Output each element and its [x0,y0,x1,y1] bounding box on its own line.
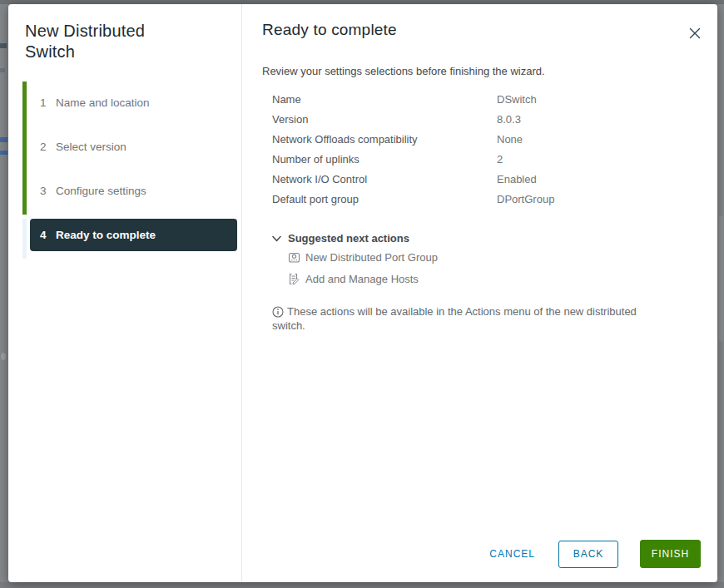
wizard-title: New Distributed Switch [25,21,183,62]
chevron-down-icon [272,235,281,242]
step-label: Configure settings [56,185,146,197]
close-button[interactable] [687,26,702,41]
action-new-distributed-port-group[interactable]: New Distributed Port Group [288,251,438,264]
background-page-fragment [0,68,5,72]
step-label: Ready to complete [56,229,156,241]
summary-row-network-io-control: Network I/O Control Enabled [272,173,688,186]
ready-to-complete-pane: Ready to complete Review your settings s… [242,4,717,582]
suggested-next-actions-title: Suggested next actions [288,232,409,245]
finish-button[interactable]: FINISH [640,540,701,568]
page-title: Ready to complete [262,21,397,39]
summary-row-uplinks: Number of uplinks 2 [272,153,688,166]
wizard-step-select-version[interactable]: 2Select version [40,141,126,153]
new-distributed-switch-wizard-dialog: New Distributed Switch 1Name and locatio… [8,4,717,582]
wizard-step-configure-settings[interactable]: 3Configure settings [40,185,146,197]
hosts-icon [288,273,300,285]
info-icon [272,306,284,318]
suggested-next-actions-toggle[interactable]: Suggested next actions [272,232,409,245]
summary-row-default-port-group: Default port group DPortGroup [272,193,688,206]
step-label: Name and location [56,96,150,109]
background-page-bottom-edge [0,582,724,588]
summary-row-network-offloads: Network Offloads compatibility None [272,133,688,146]
background-page-fragment [0,137,7,142]
cancel-button[interactable]: CANCEL [488,543,537,565]
actions-info-note: These actions will be available in the A… [272,305,645,333]
wizard-step-ready-to-complete[interactable]: 4Ready to complete [30,219,237,251]
background-page-fragment [1,353,6,360]
wizard-step-name-and-location[interactable]: 1Name and location [40,96,150,109]
summary-label: Name [272,93,301,106]
summary-label: Default port group [272,193,359,206]
background-page-fragment [719,216,723,341]
summary-value: DSwitch [497,93,537,106]
intro-text: Review your settings selections before f… [262,65,545,77]
step-number: 3 [40,185,56,197]
settings-summary-table: Name DSwitch Version 8.0.3 Network Offlo… [272,93,688,213]
step-number: 4 [40,229,56,241]
summary-label: Network I/O Control [272,173,367,186]
background-page-fragment [0,43,7,48]
action-label: New Distributed Port Group [305,251,438,264]
summary-row-name: Name DSwitch [272,93,688,106]
summary-label: Network Offloads compatibility [272,133,418,146]
wizard-steps-panel: New Distributed Switch 1Name and locatio… [8,4,242,582]
close-icon [688,27,702,40]
summary-value: DPortGroup [497,193,554,206]
note-text: These actions will be available in the A… [272,305,637,332]
step-number: 1 [40,96,56,109]
step-label: Select version [56,141,126,153]
summary-label: Version [272,113,308,126]
background-page-fragment [0,151,7,155]
summary-value: 2 [497,153,503,166]
summary-value: Enabled [497,173,537,186]
back-button[interactable]: BACK [558,541,618,568]
summary-row-version: Version 8.0.3 [272,113,688,126]
wizard-progress-bar [22,82,27,215]
wizard-footer: CANCEL BACK FINISH [488,540,701,568]
wizard-progress-bar-inactive [22,219,27,259]
summary-label: Number of uplinks [272,153,360,166]
action-add-and-manage-hosts[interactable]: Add and Manage Hosts [288,273,419,285]
step-number: 2 [40,141,56,153]
action-label: Add and Manage Hosts [305,273,419,285]
summary-value: None [497,133,523,146]
summary-value: 8.0.3 [497,113,521,126]
port-group-icon [288,251,300,264]
